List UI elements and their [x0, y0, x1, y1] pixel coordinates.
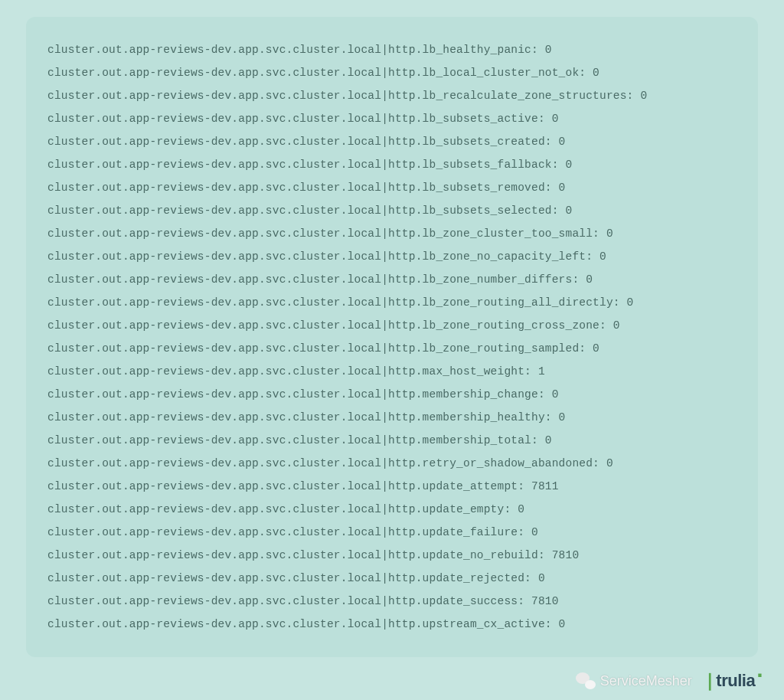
trulia-logo: ❘ trulia · — [703, 671, 763, 691]
trulia-text: trulia — [716, 671, 755, 691]
log-line: cluster.out.app-reviews-dev.app.svc.clus… — [47, 498, 737, 521]
log-line: cluster.out.app-reviews-dev.app.svc.clus… — [47, 107, 737, 130]
log-line: cluster.out.app-reviews-dev.app.svc.clus… — [47, 590, 737, 613]
log-panel: cluster.out.app-reviews-dev.app.svc.clus… — [26, 17, 758, 657]
pin-icon: ❘ — [703, 671, 717, 691]
log-line: cluster.out.app-reviews-dev.app.svc.clus… — [47, 406, 737, 429]
log-line: cluster.out.app-reviews-dev.app.svc.clus… — [47, 613, 737, 636]
log-line: cluster.out.app-reviews-dev.app.svc.clus… — [47, 475, 737, 498]
log-line: cluster.out.app-reviews-dev.app.svc.clus… — [47, 61, 737, 84]
log-line: cluster.out.app-reviews-dev.app.svc.clus… — [47, 383, 737, 406]
footer: ServiceMesher ❘ trulia · — [576, 671, 763, 691]
log-line: cluster.out.app-reviews-dev.app.svc.clus… — [47, 429, 737, 452]
log-line: cluster.out.app-reviews-dev.app.svc.clus… — [47, 153, 737, 176]
log-line: cluster.out.app-reviews-dev.app.svc.clus… — [47, 38, 737, 61]
log-line: cluster.out.app-reviews-dev.app.svc.clus… — [47, 222, 737, 245]
log-line: cluster.out.app-reviews-dev.app.svc.clus… — [47, 337, 737, 360]
log-line: cluster.out.app-reviews-dev.app.svc.clus… — [47, 176, 737, 199]
log-line: cluster.out.app-reviews-dev.app.svc.clus… — [47, 567, 737, 590]
log-lines: cluster.out.app-reviews-dev.app.svc.clus… — [47, 38, 737, 636]
log-line: cluster.out.app-reviews-dev.app.svc.clus… — [47, 452, 737, 475]
wechat-text: ServiceMesher — [600, 673, 692, 689]
wechat-icon — [576, 672, 596, 689]
log-line: cluster.out.app-reviews-dev.app.svc.clus… — [47, 130, 737, 153]
log-line: cluster.out.app-reviews-dev.app.svc.clus… — [47, 291, 737, 314]
log-line: cluster.out.app-reviews-dev.app.svc.clus… — [47, 521, 737, 544]
log-line: cluster.out.app-reviews-dev.app.svc.clus… — [47, 360, 737, 383]
log-line: cluster.out.app-reviews-dev.app.svc.clus… — [47, 199, 737, 222]
log-line: cluster.out.app-reviews-dev.app.svc.clus… — [47, 268, 737, 291]
wechat-badge: ServiceMesher — [576, 672, 692, 689]
log-line: cluster.out.app-reviews-dev.app.svc.clus… — [47, 84, 737, 107]
log-line: cluster.out.app-reviews-dev.app.svc.clus… — [47, 314, 737, 337]
log-line: cluster.out.app-reviews-dev.app.svc.clus… — [47, 245, 737, 268]
log-line: cluster.out.app-reviews-dev.app.svc.clus… — [47, 544, 737, 567]
